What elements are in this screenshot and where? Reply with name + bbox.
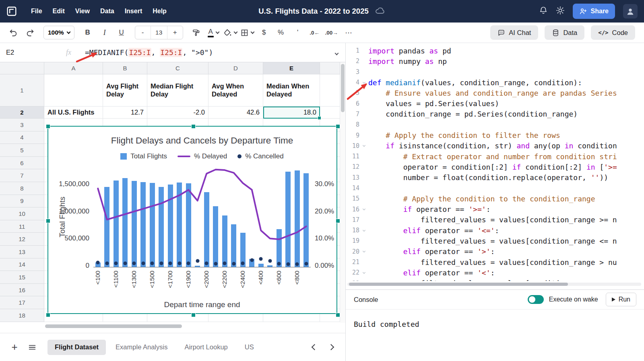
redo-button[interactable] [23,25,38,40]
menu-item-edit[interactable]: Edit [47,5,70,18]
row-header-13[interactable]: 13 [0,246,44,258]
code-line-8[interactable]: 8 [346,119,644,130]
column-header-E[interactable]: E [263,62,320,74]
sheet-tab-example-analysis[interactable]: Example Analysis [108,340,175,355]
fold-chevron-icon[interactable] [359,251,368,252]
code-line-2[interactable]: 2import numpy as np [346,56,644,66]
cell-C2[interactable]: -2.0 [147,107,208,119]
code-line-23[interactable]: 23 filtered_values = values[conditi [346,278,644,281]
row-header-18[interactable]: 18 [0,309,44,322]
format-currency-button[interactable]: $ [256,25,272,40]
code-line-19[interactable]: 19 filtered_values = values[condition_ra… [346,236,644,246]
ai-chat-button[interactable]: AI Chat [490,25,538,40]
menu-item-view[interactable]: View [70,5,95,18]
fold-chevron-icon[interactable] [359,82,368,83]
grid-corner-cell[interactable] [0,62,44,74]
column-header-A[interactable]: A [44,62,103,74]
text-color-button[interactable]: A [206,25,221,40]
underline-button[interactable]: U [114,25,129,40]
sheet-tab-airport-lookup[interactable]: Airport Lookup [177,340,235,355]
cell-F1[interactable] [320,74,340,107]
code-editor[interactable]: 1import pandas as pd2import numpy as np3… [346,45,644,281]
chart-resize-handle[interactable] [336,313,340,317]
font-size-increase-button[interactable]: + [167,26,183,39]
cell-C1[interactable]: Median Flight Delay [147,74,208,107]
row-header-5[interactable]: 5 [0,144,44,157]
code-line-17[interactable]: 17 filtered_values = values[condition_ra… [346,215,644,225]
row-header-7[interactable]: 7 [0,169,44,182]
column-header-B[interactable]: B [103,62,147,74]
decrease-decimals-button[interactable]: .0← [307,25,322,40]
run-button[interactable]: Run [606,293,636,306]
document-title[interactable]: U.S. Flights Data - 2022 to 2025 [258,7,368,16]
sheet-tab-flight-dataset[interactable]: Flight Dataset [47,340,106,355]
code-line-6[interactable]: 6 values = pd.Series(values) [346,98,644,109]
chart-resize-handle[interactable] [336,124,340,129]
notifications-bell-icon[interactable] [539,6,548,16]
row-header-1[interactable]: 1 [0,74,44,107]
formula-input[interactable]: =MEDIANIF(I25:I, I25:I, ">0") [85,48,213,57]
row-header-8[interactable]: 8 [0,182,44,195]
cell-D1[interactable]: Avg When Delayed [208,74,263,107]
scrollbar-thumb[interactable] [349,283,568,286]
format-quote-button[interactable]: ' [290,25,305,40]
column-header-F[interactable] [320,62,340,74]
row-header-11[interactable]: 11 [0,220,44,233]
format-percent-button[interactable]: % [273,25,289,40]
row-header-6[interactable]: 6 [0,157,44,170]
code-horizontal-scrollbar[interactable] [346,282,644,287]
formula-expand-chevron-icon[interactable] [335,49,338,56]
add-sheet-button[interactable]: + [6,339,23,355]
code-line-18[interactable]: 18 elif operator == '<=': [346,225,644,236]
code-line-10[interactable]: 10 if isinstance(condition, str) and any… [346,141,644,151]
font-size-value[interactable]: 13 [151,26,167,39]
tabs-scroll-left-button[interactable] [312,344,317,351]
fold-chevron-icon[interactable] [359,272,368,273]
execute-on-wake-toggle[interactable] [528,295,544,304]
fold-chevron-icon[interactable] [359,145,368,146]
user-avatar[interactable] [623,4,638,18]
menu-item-insert[interactable]: Insert [120,5,148,18]
sheet-tab-us[interactable]: US [237,340,254,355]
code-button[interactable]: </> Code [591,25,635,40]
chart-resize-handle[interactable] [46,313,50,317]
column-header-D[interactable]: D [208,62,263,74]
zoom-select[interactable]: 100% [43,26,74,39]
code-line-3[interactable]: 3 [346,67,644,77]
font-size-decrease-button[interactable]: - [135,26,151,39]
italic-button[interactable]: I [97,25,112,40]
undo-button[interactable] [6,25,21,40]
row-header-15[interactable]: 15 [0,271,44,284]
increase-decimals-button[interactable]: .00→ [324,25,339,40]
code-line-12[interactable]: 12 operator = condition[:2] if condition… [346,162,644,172]
row-header-3[interactable]: 3 [0,119,44,131]
cell-E1[interactable]: Median When Delayed [263,74,320,107]
cell-A1[interactable] [44,74,103,107]
code-line-15[interactable]: 15 # Apply the condition to the conditio… [346,193,644,204]
bold-button[interactable]: B [80,25,95,40]
row-header-17[interactable]: 17 [0,296,44,309]
code-line-7[interactable]: 7 condition_range = pd.Series(condition_… [346,109,644,119]
cell-B1[interactable]: Avg Flight Delay [103,74,147,107]
code-line-4[interactable]: 4def medianif(values, condition_range, c… [346,77,644,88]
theme-toggle-sun-icon[interactable] [556,6,565,16]
cell-F2[interactable] [320,107,340,119]
code-line-11[interactable]: 11 # Extract operator and number from co… [346,151,644,162]
cell-A2[interactable]: All U.S. Flights [44,107,103,119]
code-line-16[interactable]: 16 if operator == '>=': [346,204,644,214]
sheet-list-menu-button[interactable] [23,339,41,355]
row-header-9[interactable]: 9 [0,195,44,208]
chart-resize-handle[interactable] [46,219,50,223]
scrollbar-thumb[interactable] [45,324,182,328]
row-header-4[interactable]: 4 [0,131,44,144]
tabs-scroll-right-button[interactable] [329,344,333,351]
cell-B2[interactable]: 12.7 [103,107,147,119]
menu-item-data[interactable]: Data [95,5,120,18]
chart-resize-handle[interactable] [191,313,196,317]
embedded-chart[interactable]: Flight Delays and Cancels by Departure T… [47,126,337,314]
more-options-button[interactable]: ⋯ [341,25,356,40]
chart-resize-handle[interactable] [191,124,196,129]
row-header-10[interactable]: 10 [0,207,44,220]
fold-chevron-icon[interactable] [359,230,368,231]
row-header-16[interactable]: 16 [0,284,44,297]
